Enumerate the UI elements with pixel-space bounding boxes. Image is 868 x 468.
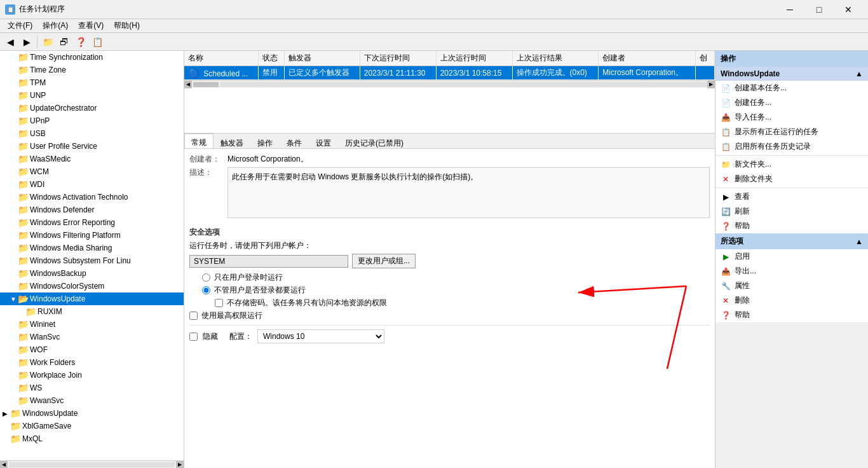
sidebar-item-wininet[interactable]: 📁 Wininet — [0, 318, 184, 331]
action-refresh[interactable]: 🔄 刷新 — [715, 204, 868, 219]
sidebar-item-work-folders[interactable]: 📁 Work Folders — [0, 356, 184, 369]
sidebar-item-usb[interactable]: 📁 USB — [0, 127, 184, 140]
toolbar-forward[interactable]: ▶ — [19, 34, 34, 50]
sidebar-item-win-error[interactable]: 📁 Windows Error Reporting — [0, 216, 184, 229]
scroll-thumb[interactable] — [9, 462, 175, 467]
selected-folder-label: WindowsUpdate — [721, 69, 780, 78]
hscroll-thumb[interactable] — [193, 82, 219, 87]
sidebar-item-wlansvc[interactable]: 📁 WlanSvc — [0, 331, 184, 343]
toolbar-extra[interactable]: 📋 — [90, 34, 105, 50]
action-delete[interactable]: ✕ 删除 — [715, 293, 868, 308]
col-name[interactable]: 名称 — [184, 51, 259, 66]
selected-section-label: 所选项 — [721, 236, 743, 247]
col-extra[interactable]: 创 — [696, 51, 715, 66]
selected-section-header[interactable]: 所选项 ▲ — [715, 233, 868, 249]
table-row[interactable]: 🔵 Scheduled ... 禁用 已定义多个触发器 2023/3/1 21:… — [184, 66, 715, 80]
sidebar-item-ws[interactable]: 📁 WS — [0, 382, 184, 394]
action-create-basic[interactable]: 📄 创建基本任务... — [715, 81, 868, 95]
sidebar-item-unp[interactable]: 📁 UNP — [0, 89, 184, 102]
col-trigger[interactable]: 触发器 — [284, 51, 360, 66]
close-button[interactable]: ✕ — [834, 0, 863, 19]
center-wrapper: 名称 状态 触发器 下次运行时间 上次运行时间 上次运行结果 创建者 创 — [184, 51, 715, 468]
tab-general[interactable]: 常规 — [184, 134, 214, 148]
col-last-result[interactable]: 上次运行结果 — [512, 51, 599, 66]
action-properties[interactable]: 🔧 属性 — [715, 279, 868, 293]
action-new-folder[interactable]: 📁 新文件夹... — [715, 157, 868, 172]
action-create-task[interactable]: 📄 创建任务... — [715, 95, 868, 110]
minimize-button[interactable]: ─ — [775, 0, 804, 19]
toolbar-back[interactable]: ◀ — [3, 34, 18, 50]
scroll-left[interactable]: ◀ — [0, 461, 8, 469]
menu-view[interactable]: 查看(V) — [73, 19, 109, 32]
action-delete-folder[interactable]: ✕ 删除文件夹 — [715, 172, 868, 186]
tab-conditions[interactable]: 条件 — [280, 135, 309, 148]
col-last-run[interactable]: 上次运行时间 — [436, 51, 512, 66]
radio-always[interactable] — [202, 286, 210, 294]
sidebar-item-time-zone[interactable]: 📁 Time Zone — [0, 64, 184, 76]
sidebar-item-win-backup[interactable]: 📁 WindowsBackup — [0, 267, 184, 280]
checkbox-hide[interactable] — [189, 333, 198, 341]
action-help-selected[interactable]: ❓ 帮助 — [715, 308, 868, 322]
tab-history[interactable]: 历史记录(已禁用) — [338, 135, 410, 148]
sidebar-item-win-subsystem[interactable]: 📁 Windows Subsystem For Linu — [0, 254, 184, 267]
sidebar-item-workplace-join[interactable]: 📁 Workplace Join — [0, 369, 184, 382]
sidebar-item-win-filter[interactable]: 📁 Windows Filtering Platform — [0, 229, 184, 242]
sidebar-item-time-sync[interactable]: 📁 Time Synchronization — [0, 51, 184, 64]
tab-actions[interactable]: 操作 — [250, 135, 280, 148]
config-select[interactable]: Windows 10 — [257, 329, 384, 343]
sidebar-item-user-profile[interactable]: 📁 User Profile Service — [0, 140, 184, 153]
action-import-label: 导入任务... — [735, 112, 771, 123]
folder-open-icon: 📂 — [18, 294, 28, 304]
scroll-right[interactable]: ▶ — [176, 461, 184, 469]
sidebar-item-xblgamesave[interactable]: 📁 XblGameSave — [0, 420, 184, 432]
toolbar-help[interactable]: ❓ — [73, 34, 88, 50]
sidebar-item-win-activation[interactable]: 📁 Windows Activation Technolo — [0, 191, 184, 203]
menu-help[interactable]: 帮助(H) — [109, 19, 145, 32]
sidebar-item-wwansvc[interactable]: 📁 WwanSvc — [0, 394, 184, 407]
maximize-button[interactable]: □ — [804, 0, 834, 19]
tab-settings[interactable]: 设置 — [309, 135, 338, 148]
toolbar-copy[interactable]: 🗗 — [57, 34, 72, 50]
menu-file[interactable]: 文件(F) — [3, 19, 37, 32]
sidebar-hscroll[interactable]: ◀ ▶ — [0, 460, 184, 468]
col-status[interactable]: 状态 — [259, 51, 284, 66]
sidebar-item-mysql[interactable]: 📁 MxQL — [0, 432, 184, 445]
action-show-running[interactable]: 📋 显示所有正在运行的任务 — [715, 125, 868, 139]
sidebar-item-win-defender[interactable]: 📁 Windows Defender — [0, 203, 184, 216]
col-creator[interactable]: 创建者 — [599, 51, 696, 66]
sidebar-item-wdi[interactable]: 📁 WDI — [0, 178, 184, 191]
sidebar-item-waasmedic[interactable]: 📁 WaaSMedic — [0, 153, 184, 165]
sidebar-item-win-color[interactable]: 📁 WindowsColorSystem — [0, 280, 184, 292]
menu-action[interactable]: 操作(A) — [37, 19, 73, 32]
checkbox-no-password[interactable] — [215, 299, 223, 307]
sidebar-item-ruxim[interactable]: 📁 RUXIM — [0, 305, 184, 318]
change-user-button[interactable]: 更改用户或组... — [352, 254, 416, 268]
action-import[interactable]: 📥 导入任务... — [715, 110, 868, 125]
checkbox-highest-priv[interactable] — [189, 312, 198, 320]
col-next-run[interactable]: 下次运行时间 — [360, 51, 436, 66]
checkbox-no-password-label: 不存储密码。该任务将只有访问本地资源的权限 — [227, 298, 387, 308]
sidebar-item-wcm[interactable]: 📁 WCM — [0, 165, 184, 178]
desc-row: 描述： 此任务用于在需要时启动 Windows 更新服务以执行计划的操作(如扫描… — [189, 167, 710, 223]
sidebar-item-tpm[interactable]: 📁 TPM — [0, 76, 184, 89]
tab-triggers[interactable]: 触发器 — [214, 135, 250, 148]
action-enable[interactable]: ▶ 启用 — [715, 249, 868, 264]
toolbar-folder[interactable]: 📁 — [40, 34, 55, 50]
selected-folder-arrow: ▲ — [855, 69, 863, 78]
table-hscroll[interactable]: ◀ ▶ — [184, 80, 715, 88]
import-icon: 📥 — [721, 113, 731, 123]
sidebar-item-wof[interactable]: 📁 WOF — [0, 343, 184, 356]
sidebar-item-update-orchestrator[interactable]: 📁 UpdateOrchestrator — [0, 102, 184, 114]
action-export[interactable]: 📤 导出... — [715, 264, 868, 279]
sidebar-item-upnp[interactable]: 📁 UPnP — [0, 114, 184, 127]
action-help-main[interactable]: ❓ 帮助 — [715, 219, 868, 233]
detail-content: 创建者： Microsoft Corporation。 描述： 此任务用于在需要… — [184, 149, 715, 468]
sidebar-item-windows-update[interactable]: ▼ 📂 WindowsUpdate — [0, 292, 184, 305]
sidebar-item-windows-update-2[interactable]: ▶ 📁 WindowsUpdate — [0, 407, 184, 420]
selected-folder-header[interactable]: WindowsUpdate ▲ — [715, 67, 868, 81]
sidebar-item-win-media[interactable]: 📁 Windows Media Sharing — [0, 242, 184, 254]
action-view[interactable]: ▶ 查看 — [715, 189, 868, 204]
action-enable-history[interactable]: 📋 启用所有任务历史记录 — [715, 139, 868, 154]
creator-row: 创建者： Microsoft Corporation。 — [189, 154, 710, 165]
radio-only-logon[interactable] — [202, 273, 210, 282]
